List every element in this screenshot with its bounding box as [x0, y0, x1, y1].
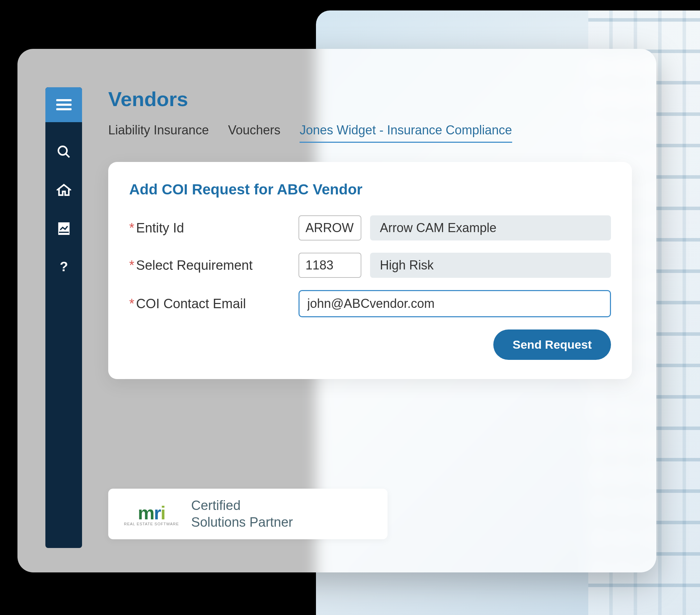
entity-id-row: *Entity Id Arrow CAM Example [129, 215, 611, 240]
svg-rect-1 [56, 104, 72, 106]
tab-bar: Liability Insurance Vouchers Jones Widge… [108, 123, 649, 143]
content-area: Vendors Liability Insurance Vouchers Jon… [108, 87, 649, 379]
requirement-label: *Select Requirement [129, 258, 290, 273]
required-asterisk: * [129, 296, 134, 311]
nav-reports[interactable] [55, 220, 73, 237]
search-icon [57, 145, 71, 159]
sidebar-nav: ? [45, 87, 82, 548]
tab-liability-insurance[interactable]: Liability Insurance [108, 123, 209, 142]
requirement-input[interactable] [299, 253, 361, 278]
svg-rect-0 [56, 99, 72, 101]
main-panel: ? Vendors Liability Insurance Vouchers J… [17, 49, 656, 572]
svg-text:?: ? [60, 260, 68, 274]
required-asterisk: * [129, 258, 134, 273]
partner-text: Certified Solutions Partner [191, 497, 293, 531]
entity-id-label: *Entity Id [129, 221, 290, 236]
svg-line-4 [66, 154, 69, 157]
page-title: Vendors [108, 87, 649, 111]
partner-badge: mri REAL ESTATE SOFTWARE Certified Solut… [108, 489, 388, 539]
coi-request-card: Add COI Request for ABC Vendor *Entity I… [108, 162, 632, 379]
card-title: Add COI Request for ABC Vendor [129, 181, 611, 198]
mri-logo-text: mri [138, 502, 165, 524]
tab-jones-widget[interactable]: Jones Widget - Insurance Compliance [300, 123, 512, 143]
help-icon: ? [57, 260, 71, 274]
email-row: *COI Contact Email [129, 290, 611, 317]
svg-rect-2 [56, 108, 72, 110]
entity-id-input[interactable] [299, 215, 361, 240]
mri-logo: mri REAL ESTATE SOFTWARE [124, 502, 179, 526]
requirement-row: *Select Requirement High Risk [129, 253, 611, 278]
coi-email-input[interactable] [299, 290, 611, 317]
mri-logo-subtitle: REAL ESTATE SOFTWARE [124, 522, 179, 526]
menu-icon [56, 98, 72, 112]
requirement-description: High Risk [370, 253, 611, 278]
button-row: Send Request [129, 329, 611, 360]
required-asterisk: * [129, 221, 134, 235]
svg-point-3 [58, 146, 67, 155]
tab-vouchers[interactable]: Vouchers [228, 123, 280, 142]
home-icon [57, 183, 71, 198]
email-label: *COI Contact Email [129, 296, 290, 311]
report-icon [57, 221, 71, 236]
nav-help[interactable]: ? [55, 258, 73, 276]
hamburger-menu-button[interactable] [45, 87, 82, 122]
nav-search[interactable] [55, 143, 73, 161]
entity-id-description: Arrow CAM Example [370, 215, 611, 240]
nav-home[interactable] [55, 181, 73, 199]
send-request-button[interactable]: Send Request [493, 329, 611, 360]
